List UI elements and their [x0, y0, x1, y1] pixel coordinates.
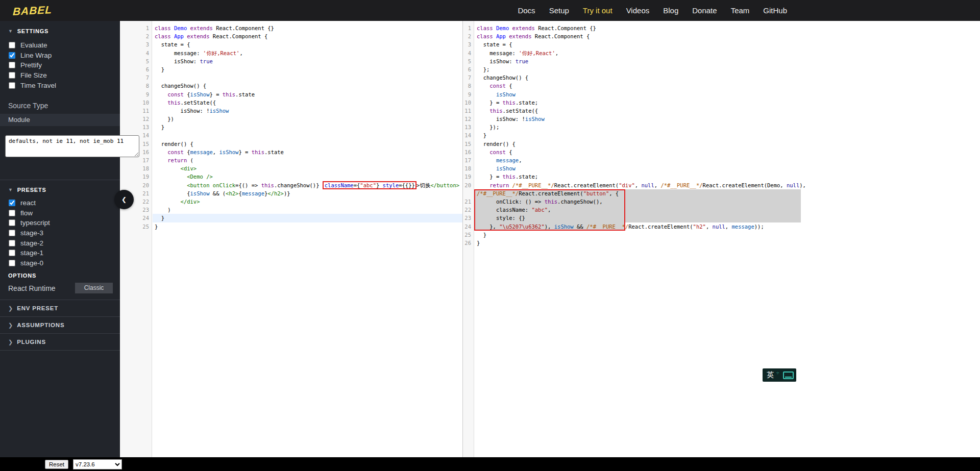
checkbox[interactable] — [9, 240, 15, 246]
nav-link-team[interactable]: Team — [731, 6, 750, 15]
code-line[interactable]: }); — [475, 123, 980, 131]
code-line[interactable]: const {isShow} = this.state — [153, 90, 462, 98]
code-line[interactable]: isShow: !isShow — [475, 115, 980, 123]
checkbox[interactable] — [9, 72, 15, 79]
code-line[interactable]: } — [475, 131, 980, 139]
code-line[interactable]: </div> — [153, 197, 462, 206]
code-line[interactable]: } — [153, 123, 462, 131]
section-assumptions[interactable]: ❯ASSUMPTIONS — [0, 317, 120, 334]
setting-prettify[interactable]: Prettify — [0, 60, 120, 70]
output-editor[interactable]: 1234567891011121314151617181920212223242… — [463, 21, 980, 457]
preset-stage-2[interactable]: stage-2 — [0, 238, 120, 248]
code-line[interactable]: render() { — [153, 140, 462, 148]
code-line[interactable]: isShow — [475, 90, 980, 98]
checkbox[interactable] — [9, 219, 15, 226]
react-runtime-select[interactable]: Classic — [75, 283, 113, 293]
code-line[interactable]: const { — [475, 82, 980, 90]
babel-logo[interactable]: BABEL — [12, 3, 53, 17]
code-line[interactable] — [153, 73, 462, 82]
code-line[interactable]: this.setState({ — [153, 98, 462, 107]
code-line[interactable]: this.setState({ — [475, 107, 980, 115]
source-code[interactable]: class Demo extends React.Component {}cla… — [153, 21, 462, 457]
code-line[interactable]: <Demo /> — [153, 172, 462, 181]
preset-stage-1[interactable]: stage-1 — [0, 248, 120, 258]
sidebar-collapse-button[interactable]: ❮ — [114, 190, 134, 209]
code-line[interactable]: /*#__PURE__*/React.createElement("button… — [475, 189, 980, 197]
code-line[interactable]: {isShow && (<h2>{message}</h2>)} — [153, 189, 462, 197]
checkbox[interactable] — [9, 200, 15, 206]
preset-stage-0[interactable]: stage-0 — [0, 258, 120, 268]
code-line[interactable]: state = { — [153, 40, 462, 48]
code-line[interactable]: <div> — [153, 164, 462, 172]
code-line[interactable]: } — [153, 65, 462, 73]
nav-link-videos[interactable]: Videos — [626, 6, 650, 15]
source-editor[interactable]: 1234567891011121314151617181920212223242… — [120, 21, 463, 457]
targets-input[interactable]: defaults, not ie 11, not ie_mob 11 — [5, 135, 139, 157]
code-line[interactable]: } — [475, 239, 980, 247]
code-line[interactable]: }, "\u5207\u6362"), isShow && /*#__PURE_… — [475, 222, 980, 231]
code-line[interactable]: } — [153, 214, 462, 222]
nav-link-docs[interactable]: Docs — [518, 6, 535, 15]
code-line[interactable]: message: '你好,React', — [475, 49, 980, 57]
code-line[interactable]: }) — [153, 115, 462, 123]
setting-evaluate[interactable]: Evaluate — [0, 40, 120, 51]
section-plugins[interactable]: ❯PLUGINS — [0, 334, 120, 351]
setting-file-size[interactable]: File Size — [0, 70, 120, 81]
checkbox[interactable] — [9, 250, 15, 256]
preset-typescript[interactable]: typescript — [0, 218, 120, 228]
nav-link-setup[interactable]: Setup — [549, 6, 569, 15]
source-type-select[interactable]: Module — [0, 114, 120, 126]
code-line[interactable]: } = this.state; — [475, 98, 980, 107]
code-line[interactable]: }; — [475, 65, 980, 73]
code-line[interactable]: isShow: true — [475, 57, 980, 65]
nav-link-github[interactable]: GitHub — [763, 6, 787, 15]
code-line[interactable]: } = this.state; — [475, 172, 980, 181]
nav-link-try-it-out[interactable]: Try it out — [583, 6, 612, 15]
code-line[interactable]: } — [475, 231, 980, 239]
checkbox[interactable] — [9, 260, 15, 266]
checkbox[interactable] — [9, 82, 15, 89]
preset-react[interactable]: react — [0, 198, 120, 208]
checkbox[interactable] — [9, 62, 15, 68]
babel-version-select[interactable]: v7.23.6 — [73, 459, 122, 469]
code-line[interactable]: ) — [153, 206, 462, 214]
code-line[interactable]: const {message, isShow} = this.state — [153, 148, 462, 156]
output-code[interactable]: class Demo extends React.Component {}cla… — [475, 21, 980, 457]
checkbox[interactable] — [9, 42, 15, 48]
nav-link-donate[interactable]: Donate — [692, 6, 717, 15]
code-line[interactable]: changeShow() { — [475, 73, 980, 82]
checkbox[interactable] — [9, 52, 15, 59]
setting-line-wrap[interactable]: Line Wrap — [0, 51, 120, 61]
checkbox[interactable] — [9, 230, 15, 236]
checkbox[interactable] — [9, 210, 15, 216]
preset-flow[interactable]: flow — [0, 208, 120, 218]
preset-stage-3[interactable]: stage-3 — [0, 228, 120, 238]
code-line[interactable]: isShow — [475, 164, 980, 172]
code-line[interactable]: isShow: !isShow — [153, 107, 462, 115]
section-env-preset[interactable]: ❯ENV PRESET — [0, 300, 120, 317]
code-line[interactable]: className: "abc", — [475, 206, 980, 214]
ime-language-badge[interactable]: 英 ⁘ — [763, 368, 796, 382]
code-line[interactable]: render() { — [475, 140, 980, 148]
reset-button[interactable]: Reset — [45, 460, 68, 469]
code-line[interactable]: class App extends React.Component { — [475, 32, 980, 40]
code-line[interactable]: state = { — [475, 40, 980, 48]
code-line[interactable]: const { — [475, 148, 980, 156]
code-line[interactable]: message, — [475, 156, 980, 164]
code-line[interactable]: changeShow() { — [153, 82, 462, 90]
code-line[interactable]: style: {} — [475, 214, 980, 222]
code-line[interactable]: message: '你好,React', — [153, 49, 462, 57]
code-line[interactable]: class Demo extends React.Component {} — [153, 24, 462, 32]
setting-time-travel[interactable]: Time Travel — [0, 80, 120, 90]
code-line[interactable]: <button onClick={() => this.changeShow()… — [153, 181, 462, 189]
code-line[interactable]: } — [153, 222, 462, 231]
code-line[interactable]: return ( — [153, 156, 462, 164]
code-line[interactable] — [153, 131, 462, 139]
code-line[interactable]: return /*#__PURE__*/React.createElement(… — [475, 181, 980, 189]
settings-section-header[interactable]: ▼ SETTINGS — [0, 28, 120, 34]
nav-link-blog[interactable]: Blog — [663, 6, 678, 15]
code-line[interactable]: class App extends React.Component { — [153, 32, 462, 40]
presets-section-header[interactable]: ▼ PRESETS — [0, 187, 120, 193]
code-line[interactable]: class Demo extends React.Component {} — [475, 24, 980, 32]
code-line[interactable]: isShow: true — [153, 57, 462, 65]
